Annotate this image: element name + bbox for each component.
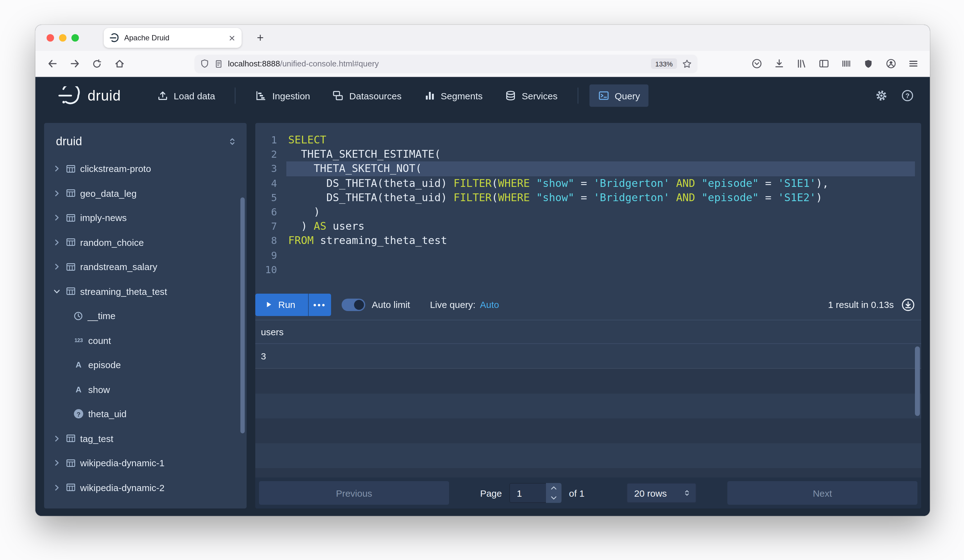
- chevron-right-icon[interactable]: [52, 483, 62, 492]
- column-episode[interactable]: Aepisode: [44, 353, 247, 377]
- column-theta_uid[interactable]: ?theta_uid: [44, 402, 247, 426]
- nav-label: Ingestion: [272, 90, 310, 101]
- zoom-level-badge[interactable]: 133%: [651, 58, 677, 69]
- rows-per-page-select[interactable]: 20 rows: [627, 483, 696, 503]
- zoom-window-button[interactable]: [72, 34, 79, 42]
- table-icon: [66, 433, 76, 443]
- next-page-button[interactable]: Next: [727, 481, 917, 505]
- chevron-right-icon[interactable]: [52, 434, 62, 443]
- menu-icon[interactable]: [905, 55, 921, 72]
- page-info-icon[interactable]: [214, 59, 223, 68]
- code-line-7[interactable]: ) AS users: [287, 219, 921, 234]
- code-line-1[interactable]: SELECT: [287, 133, 921, 147]
- column-show[interactable]: Ashow: [44, 377, 247, 402]
- nav-datasources[interactable]: Datasources: [324, 84, 410, 107]
- nav-separator: [235, 88, 236, 104]
- chevron-right-icon[interactable]: [52, 458, 62, 468]
- datasource-random_choice[interactable]: random_choice: [44, 230, 247, 255]
- bookmark-star-icon[interactable]: [682, 58, 692, 68]
- chevron-down-icon[interactable]: [52, 287, 62, 296]
- privacy-shield-icon[interactable]: [860, 55, 876, 72]
- datasource-streaming_theta_test[interactable]: streaming_theta_test: [44, 279, 247, 304]
- reload-button[interactable]: [88, 54, 106, 73]
- page-decrement-button[interactable]: [546, 493, 562, 503]
- datasource-imply-news[interactable]: imply-news: [44, 206, 247, 230]
- tab-close-icon[interactable]: [228, 34, 236, 42]
- code-line-4[interactable]: DS_THETA(theta_uid) FILTER(WHERE "show" …: [287, 176, 921, 190]
- run-more-button[interactable]: ●●●: [308, 293, 331, 316]
- account-icon[interactable]: [883, 55, 899, 72]
- nav-label: Query: [615, 90, 640, 101]
- chevron-right-icon[interactable]: [52, 189, 62, 198]
- chevron-right-icon[interactable]: [52, 508, 62, 509]
- datasource-wikipedia-dynamic-3[interactable]: wikipedia-dynamic-3: [44, 500, 247, 508]
- minimize-window-button[interactable]: [59, 34, 67, 42]
- sidebar-scrollbar[interactable]: [240, 197, 245, 433]
- code-line-6[interactable]: ): [287, 205, 921, 219]
- nav-label: Services: [522, 90, 557, 101]
- druid-brand[interactable]: druid: [58, 86, 121, 105]
- nav-ingestion[interactable]: Ingestion: [247, 84, 319, 107]
- chevron-right-icon[interactable]: [52, 164, 62, 174]
- column-count[interactable]: 123count: [44, 328, 247, 353]
- back-button[interactable]: [43, 54, 62, 73]
- line-number: 5: [255, 191, 277, 205]
- result-cell[interactable]: 3: [255, 351, 266, 361]
- previous-page-button[interactable]: Previous: [259, 481, 449, 505]
- datasource-label: wikipedia-dynamic-2: [80, 482, 164, 493]
- close-window-button[interactable]: [47, 34, 54, 42]
- page-number-input[interactable]: 1: [509, 483, 562, 503]
- run-button-group: Run ●●●: [255, 293, 331, 316]
- table-icon: [66, 237, 76, 247]
- code-line-5[interactable]: DS_THETA(theta_uid) FILTER(WHERE "show" …: [287, 191, 921, 205]
- forward-button[interactable]: [65, 54, 84, 73]
- code-line-2[interactable]: THETA_SKETCH_ESTIMATE(: [287, 147, 921, 161]
- new-tab-button[interactable]: +: [252, 29, 269, 47]
- datasource-label: tag_test: [80, 433, 113, 444]
- empty-row: [255, 369, 921, 394]
- datasource-randstream_salary[interactable]: randstream_salary: [44, 255, 247, 279]
- live-query-value[interactable]: Auto: [480, 299, 499, 310]
- column-header-users[interactable]: users: [255, 326, 283, 337]
- datasource-geo_data_leg[interactable]: geo_data_leg: [44, 181, 247, 206]
- pocket-icon[interactable]: [749, 55, 765, 72]
- barcode-icon[interactable]: [838, 55, 854, 72]
- settings-gear-icon[interactable]: [875, 89, 887, 102]
- column-__time[interactable]: __time: [44, 304, 247, 328]
- browser-tab[interactable]: Apache Druid: [104, 28, 242, 48]
- datasource-wikipedia-dynamic-2[interactable]: wikipedia-dynamic-2: [44, 475, 247, 500]
- string-type-icon: A: [73, 360, 84, 370]
- run-button[interactable]: Run: [255, 293, 308, 316]
- download-results-icon[interactable]: [901, 298, 915, 312]
- sort-icon[interactable]: [227, 136, 237, 146]
- chevron-right-icon[interactable]: [52, 238, 62, 247]
- downloads-icon[interactable]: [771, 55, 787, 72]
- library-icon[interactable]: [793, 55, 809, 72]
- code-line-10[interactable]: [287, 262, 921, 277]
- page-increment-button[interactable]: [546, 483, 562, 493]
- sql-editor[interactable]: 12345678910 SELECT THETA_SKETCH_ESTIMATE…: [255, 123, 921, 289]
- table-icon: [66, 213, 76, 223]
- datasource-clickstream-proto[interactable]: clickstream-proto: [44, 156, 247, 181]
- nav-load-data[interactable]: Load data: [148, 84, 224, 107]
- home-button[interactable]: [110, 54, 129, 73]
- address-bar[interactable]: localhost:8888/unified-console.html#quer…: [194, 54, 697, 73]
- traffic-lights: [47, 34, 79, 42]
- line-number: 4: [255, 176, 277, 190]
- chevron-right-icon[interactable]: [52, 213, 62, 222]
- auto-limit-toggle[interactable]: [341, 298, 365, 311]
- code-line-3[interactable]: THETA_SKETCH_NOT(: [287, 162, 915, 176]
- datasource-tag_test[interactable]: tag_test: [44, 426, 247, 451]
- tracking-shield-icon[interactable]: [200, 59, 209, 68]
- nav-services[interactable]: Services: [496, 84, 566, 107]
- query-panel: 12345678910 SELECT THETA_SKETCH_ESTIMATE…: [255, 123, 921, 508]
- sidebar-toggle-icon[interactable]: [816, 55, 832, 72]
- results-scrollbar[interactable]: [915, 346, 920, 416]
- code-line-9[interactable]: [287, 248, 921, 262]
- code-line-8[interactable]: FROM streaming_theta_test: [287, 234, 921, 248]
- datasource-wikipedia-dynamic-1[interactable]: wikipedia-dynamic-1: [44, 451, 247, 475]
- help-icon[interactable]: ?: [901, 89, 914, 102]
- nav-query[interactable]: Query: [589, 84, 649, 107]
- chevron-right-icon[interactable]: [52, 262, 62, 272]
- nav-segments[interactable]: Segments: [415, 84, 491, 107]
